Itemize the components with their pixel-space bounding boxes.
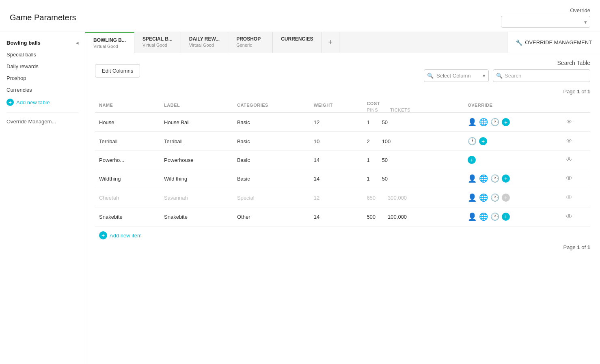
- cell-categories: Special: [233, 188, 310, 207]
- sidebar-item-daily-rewards[interactable]: Daily rewards: [0, 60, 85, 72]
- edit-columns-button[interactable]: Edit Columns: [95, 64, 140, 78]
- plus-icon: +: [328, 38, 333, 47]
- col-actions: [562, 98, 590, 113]
- cell-actions: 👁: [562, 207, 590, 226]
- eye-icon-disabled[interactable]: 👁: [566, 194, 572, 201]
- person-icon[interactable]: 👤: [468, 118, 477, 127]
- page-title: Game Parameters: [10, 13, 76, 22]
- cell-override: 🕐+: [464, 132, 562, 151]
- tab-add-button[interactable]: +: [322, 32, 340, 53]
- cell-tickets: 300,000: [388, 195, 407, 201]
- cell-label: Snakebite: [160, 207, 233, 226]
- search-icon: 🔍: [496, 73, 503, 79]
- cell-weight: 12: [310, 113, 363, 132]
- col-name: NAME: [95, 98, 160, 113]
- tab-special-balls[interactable]: SPECIAL B... Virtual Good: [134, 32, 181, 53]
- cell-categories: Basic: [233, 132, 310, 151]
- tab-proshop[interactable]: PROSHOP Generic: [228, 32, 273, 53]
- add-override-icon[interactable]: +: [468, 156, 476, 164]
- clock-icon[interactable]: 🕐: [490, 174, 499, 183]
- sidebar-special-label: Special balls: [6, 52, 36, 58]
- add-new-item[interactable]: + Add new item: [95, 226, 590, 244]
- person-icon[interactable]: 👤: [468, 174, 477, 183]
- sidebar-item-bowling-balls[interactable]: Bowling balls ◂: [0, 37, 85, 49]
- override-mgmt-label: OVERRIDE MANAGEMENT: [525, 39, 592, 45]
- table-toolbar: Edit Columns Search Table 🔍 Select Colum…: [95, 60, 590, 82]
- tab-special-sub: Virtual Good: [142, 43, 173, 47]
- clock-icon[interactable]: 🕐: [490, 212, 499, 221]
- sidebar: Bowling balls ◂ Special balls Daily rewa…: [0, 32, 85, 364]
- eye-icon[interactable]: 👁: [566, 156, 572, 163]
- cell-cost: 1 50: [363, 113, 464, 132]
- sidebar-currencies-label: Currencies: [6, 87, 32, 93]
- tab-currencies-name: CURRENCIES: [281, 36, 313, 42]
- cell-weight: 14: [310, 207, 363, 226]
- add-override-icon[interactable]: +: [502, 118, 510, 126]
- table-row: Powerho... Powerhouse Basic 14 1 50 + 👁: [95, 151, 590, 169]
- sidebar-item-special-balls[interactable]: Special balls: [0, 49, 85, 60]
- table-row: Snakebite Snakebite Other 14 500 100,000…: [95, 207, 590, 226]
- tab-bowling-balls[interactable]: BOWLING B... Virtual Good: [85, 32, 134, 53]
- tab-special-name: SPECIAL B...: [142, 36, 173, 42]
- sidebar-item-add-table[interactable]: + Add new table: [0, 96, 85, 109]
- override-icons: 🕐+: [468, 137, 558, 146]
- cell-actions: 👁: [562, 188, 590, 207]
- sidebar-divider: [6, 112, 78, 112]
- sidebar-bowling-label: Bowling balls: [6, 40, 41, 46]
- cell-label: Powerhouse: [160, 151, 233, 169]
- add-override-icon[interactable]: +: [502, 194, 510, 202]
- cell-cost: 500 100,000: [363, 207, 464, 226]
- col-cost: COST Pins Tickets: [363, 98, 464, 113]
- col-weight: WEIGHT: [310, 98, 363, 113]
- search-input[interactable]: [493, 69, 590, 82]
- cell-cost: 650 300,000: [363, 188, 464, 207]
- globe-icon[interactable]: 🌐: [479, 174, 488, 183]
- add-override-icon[interactable]: +: [502, 213, 510, 221]
- override-select-wrapper: [501, 16, 590, 28]
- cell-name: House: [95, 113, 160, 132]
- cell-pins: 2: [367, 138, 369, 144]
- sidebar-item-override-manage[interactable]: Override Managem...: [0, 116, 85, 127]
- select-column-wrapper: 🔍 Select Column: [424, 69, 489, 82]
- override-label: Override: [570, 7, 590, 13]
- table-row: Cheetah Savannah Special 12 650 300,000 …: [95, 188, 590, 207]
- globe-icon[interactable]: 🌐: [479, 212, 488, 221]
- eye-icon[interactable]: 👁: [566, 118, 572, 125]
- globe-icon[interactable]: 🌐: [479, 118, 488, 127]
- clock-icon[interactable]: 🕐: [490, 193, 499, 202]
- collapse-icon: ◂: [76, 40, 78, 46]
- tab-daily-rewards[interactable]: DAILY REW... Virtual Good: [181, 32, 228, 53]
- table-area: Edit Columns Search Table 🔍 Select Colum…: [85, 53, 600, 364]
- cell-actions: 👁: [562, 113, 590, 132]
- override-input[interactable]: [501, 16, 590, 28]
- col-override: OVERRIDE: [464, 98, 562, 113]
- sidebar-item-currencies[interactable]: Currencies: [0, 84, 85, 96]
- add-item-icon: +: [99, 231, 107, 239]
- sidebar-override-label: Override Managem...: [6, 118, 56, 125]
- cell-categories: Basic: [233, 113, 310, 132]
- cell-weight: 10: [310, 132, 363, 151]
- cell-name: Cheetah: [95, 188, 160, 207]
- clock-icon[interactable]: 🕐: [468, 137, 477, 146]
- override-mgmt-button[interactable]: 🔧 OVERRIDE MANAGEMENT: [507, 32, 600, 53]
- table-row: Wildthing Wild thing Basic 14 1 50 👤🌐🕐+ …: [95, 169, 590, 188]
- add-override-icon[interactable]: +: [502, 174, 510, 183]
- cell-pins: 500: [367, 214, 376, 220]
- col-pins: Pins: [367, 108, 378, 112]
- add-override-icon[interactable]: +: [479, 137, 487, 145]
- clock-icon[interactable]: 🕐: [490, 118, 499, 127]
- cell-tickets: 50: [382, 119, 388, 125]
- eye-icon[interactable]: 👁: [566, 138, 572, 144]
- cell-override: 👤🌐🕐+: [464, 188, 562, 207]
- select-column-dropdown[interactable]: Select Column: [424, 69, 489, 82]
- tab-currencies[interactable]: CURRENCIES: [273, 32, 322, 53]
- sidebar-item-proshop[interactable]: Proshop: [0, 72, 85, 84]
- search-section: Search Table 🔍 Select Column 🔍: [424, 60, 590, 82]
- eye-icon[interactable]: 👁: [566, 213, 572, 220]
- person-icon[interactable]: 👤: [468, 212, 477, 221]
- globe-icon[interactable]: 🌐: [479, 193, 488, 202]
- person-icon[interactable]: 👤: [468, 193, 477, 202]
- cell-override: +: [464, 151, 562, 169]
- eye-icon[interactable]: 👁: [566, 175, 572, 182]
- pagination-bottom: Page 1 of 1: [95, 244, 590, 250]
